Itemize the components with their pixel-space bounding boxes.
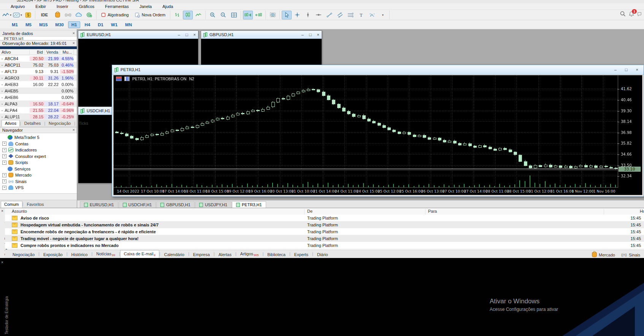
data-window-caption[interactable]: Janela de dados × <box>0 30 77 37</box>
tree-item-market[interactable]: +Mercado <box>2 172 77 178</box>
market-watch-selected-row[interactable] <box>0 46 77 49</box>
menu-item-ajuda[interactable]: Ajuda <box>157 4 178 9</box>
tree-item-expert-advisor[interactable]: +Consultor expert <box>2 153 77 160</box>
eurusd-titlebar[interactable]: EURUSD,H1 –□× <box>78 31 198 39</box>
zoom-out-button[interactable] <box>218 11 228 19</box>
column-header[interactable]: Mu... <box>60 50 74 54</box>
timeframe-button-m30[interactable]: M30 <box>52 21 67 28</box>
tab-ticks[interactable]: Ticks <box>75 120 92 127</box>
column-header[interactable]: Venda <box>45 50 60 54</box>
petr3-titlebar[interactable]: PETR3,H1 – □ × <box>112 65 644 75</box>
market-icon[interactable] <box>52 11 62 19</box>
close-button[interactable]: × <box>636 67 638 72</box>
close-icon[interactable]: × <box>1 260 3 264</box>
timeframe-button-h1[interactable]: H1 <box>68 21 81 28</box>
table-row[interactable]: ALUP1128.1528.22-0.25% <box>0 113 77 120</box>
chart-tab-usdjpy-h1[interactable]: USDJPY,H1 <box>195 201 232 208</box>
tree-item-accounts[interactable]: +Contas <box>2 141 77 147</box>
minimize-button[interactable]: – <box>614 67 617 72</box>
line-chart-mode-button[interactable] <box>194 11 203 19</box>
menu-item-arquivo[interactable]: Arquivo <box>5 4 30 9</box>
gbpusd-titlebar[interactable]: GBPUSD,H1 –□× <box>201 31 322 39</box>
toolbox-tab-alertas[interactable]: Alertas <box>215 251 235 258</box>
timeframe-button-m15[interactable]: M15 <box>36 21 51 28</box>
market-link[interactable]: Mercado <box>592 252 615 257</box>
table-row[interactable]: ALPA316.5018.17-0.64% <box>0 100 77 107</box>
tree-item-signals[interactable]: +((•))Sinais <box>2 178 77 185</box>
expand-icon[interactable]: + <box>2 154 6 158</box>
horizontal-line-tool-button[interactable] <box>314 11 324 19</box>
screenshot-button[interactable] <box>268 11 278 19</box>
arrows-tool-button[interactable] <box>367 11 377 19</box>
text-tool-button[interactable]: T <box>356 11 366 19</box>
chart-type-dropdown-button[interactable]: ▾ <box>2 11 12 19</box>
expand-icon[interactable]: + <box>2 148 6 152</box>
timeframe-button-m5[interactable]: M5 <box>22 21 35 28</box>
toolbox-tab-di-rio[interactable]: Diário <box>313 251 332 258</box>
candlestick-chart[interactable] <box>114 75 618 188</box>
close-icon[interactable]: × <box>73 41 75 45</box>
mail-list-header[interactable]: Assunto De Para Hora <box>5 208 644 215</box>
trendline-tool-button[interactable] <box>324 11 334 19</box>
tab-negocia-o[interactable]: Negociação <box>45 120 74 127</box>
table-row[interactable]: AHEB316.0022.220.00% <box>0 81 77 88</box>
expand-icon[interactable]: + <box>2 161 6 165</box>
expand-icon[interactable]: + <box>2 179 6 183</box>
table-row[interactable]: AHEB50.00% <box>0 88 77 94</box>
table-row[interactable]: ABCB420.5021.994.55% <box>0 55 77 62</box>
market-watch-caption[interactable]: Observação do Mercado: 19:45:01 × <box>0 40 77 46</box>
expand-icon[interactable]: + <box>2 173 6 177</box>
tree-item-scripts[interactable]: +Scripts <box>2 159 77 166</box>
cursor-tool-button[interactable] <box>282 11 292 19</box>
close-button[interactable]: × <box>317 32 319 37</box>
timeframe-button-m1[interactable]: M1 <box>8 21 21 28</box>
tile-windows-button[interactable] <box>229 11 239 19</box>
toolbox-tab-negocia-o[interactable]: Negociação <box>9 251 38 258</box>
maximize-button[interactable]: □ <box>186 32 188 37</box>
timeframe-button-d1[interactable]: D1 <box>94 21 107 28</box>
new-order-button[interactable]: + Nova Ordem <box>132 11 168 19</box>
algotrading-button[interactable]: Algotrading <box>98 11 132 19</box>
tree-item-mt5-logo[interactable]: MetaTrader 5 <box>2 134 77 141</box>
fibonacci-tool-button[interactable] <box>346 11 355 19</box>
minimize-button[interactable]: – <box>301 32 304 37</box>
menu-item-ferramentas[interactable]: Ferramentas <box>100 4 134 9</box>
timeframe-button-w1[interactable]: W1 <box>108 21 121 28</box>
expand-icon[interactable]: + <box>2 142 6 146</box>
one-click-trading-icon[interactable] <box>124 76 130 81</box>
expand-icon[interactable]: + <box>2 186 6 190</box>
tab-detalhes[interactable]: Detalhes <box>21 120 44 127</box>
signals-icon[interactable]: ((o)) <box>63 11 73 19</box>
toolbox-tab-experts[interactable]: Experts <box>290 251 312 258</box>
market-watch-header[interactable]: AtivoBidVendaMu... <box>0 49 77 55</box>
close-button[interactable]: × <box>194 32 196 37</box>
menu-item-gráficos[interactable]: Gráficos <box>73 4 100 9</box>
deposit-button[interactable]: $ <box>23 11 33 19</box>
tree-item-vps[interactable]: +VPS <box>2 185 77 191</box>
tree-item-services[interactable]: Serviços <box>2 166 77 172</box>
chart-tab-usdchf-h1[interactable]: USDCHF,H1 <box>119 201 156 208</box>
price-axis[interactable]: 33.10 41.6240.4639.3038.1436.9835.8234.6… <box>618 75 642 188</box>
close-icon[interactable]: × <box>73 31 75 35</box>
candlestick-mode-button[interactable] <box>183 11 193 19</box>
table-row[interactable]: AHEB60.00% <box>0 94 77 100</box>
chart-tab-petr3-h1[interactable]: PETR3,H1 <box>232 201 266 208</box>
toolbox-tab-artigos[interactable]: Artigos905 <box>236 250 263 258</box>
mail-row[interactable]: Trading móvel - negocie de qualquer luga… <box>5 235 644 242</box>
toolbox-tab-hist-rico[interactable]: Histórico <box>68 251 92 258</box>
table-row[interactable]: AFLT39.139.31-1.50% <box>0 68 77 75</box>
tab-ativos[interactable]: Ativos <box>2 120 20 127</box>
table-row[interactable]: AGRO330.1131.261.96% <box>0 75 77 81</box>
tab-comum[interactable]: Comum <box>1 201 22 208</box>
bar-chart-mode-button[interactable] <box>172 11 182 19</box>
search-button[interactable] <box>620 11 626 18</box>
time-axis[interactable]: 14 Oct 202217 Oct 10:0017 Oct 14:0018 Oc… <box>114 187 618 195</box>
ide-button[interactable]: IDE <box>37 11 52 19</box>
navigator-caption[interactable]: Navegador × <box>0 127 77 133</box>
signals-link[interactable]: ((•)) Sinais <box>621 253 640 257</box>
column-time[interactable]: Hora <box>640 209 644 213</box>
minimize-button[interactable]: – <box>178 32 180 37</box>
maximize-button[interactable]: □ <box>625 67 628 72</box>
table-row[interactable]: ABCP1175.0275.030.46% <box>0 62 77 68</box>
chat-button[interactable] <box>637 11 642 18</box>
